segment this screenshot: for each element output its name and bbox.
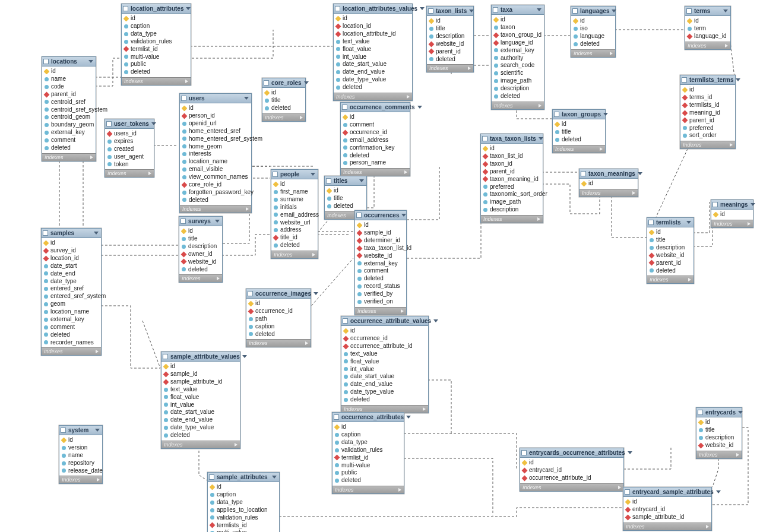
- indexes-footer[interactable]: Indexes: [59, 476, 102, 483]
- table-taxon_lists[interactable]: taxon_listsidtitledescriptionwebsite_idp…: [426, 6, 474, 72]
- dropdown-icon[interactable]: [686, 221, 691, 224]
- column-row[interactable]: repository: [62, 460, 100, 467]
- column-row[interactable]: centroid_sref: [45, 99, 93, 106]
- indexes-footer[interactable]: Indexes: [481, 215, 543, 223]
- collapse-icon[interactable]: [572, 8, 578, 14]
- column-row[interactable]: date_type_value: [344, 388, 426, 396]
- column-row[interactable]: int_value: [344, 365, 426, 373]
- column-row[interactable]: description: [494, 85, 542, 93]
- table-user_tokens[interactable]: user_tokensusers_idexpirescreateduser_ag…: [104, 119, 154, 178]
- column-row[interactable]: id: [683, 86, 733, 94]
- column-row[interactable]: version: [62, 444, 100, 452]
- column-row[interactable]: website_id: [650, 252, 691, 259]
- table-header[interactable]: location_attributes_values: [334, 4, 412, 14]
- column-row[interactable]: person_name: [343, 159, 407, 167]
- table-occurrences[interactable]: occurrencesidsample_iddeterminer_idtaxa_…: [354, 210, 407, 315]
- column-row[interactable]: occurrence_attribute_id: [522, 474, 621, 482]
- column-row[interactable]: entered_sref: [44, 285, 99, 293]
- indexes-footer[interactable]: Indexes: [162, 441, 240, 448]
- column-row[interactable]: date_start: [44, 262, 99, 270]
- column-row[interactable]: terms_id: [683, 94, 733, 102]
- column-row[interactable]: forgotten_password_key: [182, 189, 249, 197]
- table-header[interactable]: location_attributes: [122, 4, 191, 14]
- collapse-icon[interactable]: [106, 121, 112, 126]
- column-row[interactable]: date_end_value: [344, 381, 426, 388]
- column-row[interactable]: public: [335, 469, 401, 477]
- column-row[interactable]: date_end_value: [164, 416, 238, 424]
- table-taxon_meanings[interactable]: taxon_meaningsidIndexes: [579, 169, 638, 197]
- column-row[interactable]: parent_id: [650, 259, 691, 267]
- indexes-footer[interactable]: Indexes: [696, 451, 742, 458]
- indexes-footer[interactable]: Indexes: [355, 307, 406, 315]
- table-entrycards[interactable]: entrycardsidtitledescriptionwebsite_idIn…: [696, 407, 742, 459]
- indexes-footer[interactable]: Indexes: [623, 522, 711, 530]
- table-header[interactable]: taxon_lists: [427, 7, 473, 16]
- table-header[interactable]: taxon_meanings: [580, 169, 638, 179]
- column-row[interactable]: record_status: [357, 283, 404, 290]
- indexes-footer[interactable]: Indexes: [262, 113, 305, 121]
- table-languages[interactable]: languagesidisolanguagedeletedIndexes: [571, 6, 616, 58]
- collapse-icon[interactable]: [356, 213, 362, 218]
- column-row[interactable]: entered_sref_system: [44, 293, 99, 300]
- column-row[interactable]: text_value: [344, 350, 426, 358]
- column-row[interactable]: date_start_value: [164, 408, 238, 416]
- column-row[interactable]: description: [429, 33, 471, 40]
- table-meanings[interactable]: meaningsidIndexes: [711, 200, 753, 228]
- table-occurrence_images[interactable]: occurrence_imagesidoccurrence_idpathcapt…: [246, 289, 311, 347]
- dropdown-icon[interactable]: [417, 106, 422, 109]
- table-header[interactable]: terms: [685, 7, 730, 16]
- table-header[interactable]: termlists: [647, 218, 694, 227]
- column-row[interactable]: language_id: [688, 33, 728, 40]
- collapse-icon[interactable]: [273, 172, 278, 177]
- column-row[interactable]: id: [429, 17, 471, 25]
- column-row[interactable]: multi-value: [124, 53, 188, 61]
- dropdown-icon[interactable]: [314, 292, 318, 295]
- indexes-footer[interactable]: Indexes: [334, 93, 412, 100]
- column-row[interactable]: taxon_meaning_id: [483, 176, 540, 183]
- column-row[interactable]: termlists_id: [683, 102, 733, 109]
- indexes-footer[interactable]: Indexes: [427, 64, 473, 72]
- table-entrycards_occurrence_attributes[interactable]: entrycards_occurrence_attributesidentryc…: [520, 448, 624, 492]
- dropdown-icon[interactable]: [242, 355, 247, 358]
- indexes-footer[interactable]: Indexes: [42, 153, 96, 161]
- table-people[interactable]: peopleidfirst_namesurnameinitialsemail_a…: [271, 169, 318, 259]
- column-row[interactable]: id: [182, 227, 220, 235]
- column-row[interactable]: deleted: [164, 432, 238, 439]
- column-row[interactable]: view_common_names: [182, 173, 249, 181]
- column-row[interactable]: user_agent: [107, 153, 151, 161]
- column-row[interactable]: id: [714, 211, 750, 218]
- column-row[interactable]: date_start_value: [336, 61, 410, 68]
- column-row[interactable]: occurrence_id: [249, 308, 308, 315]
- collapse-icon[interactable]: [61, 428, 66, 433]
- indexes-footer[interactable]: Indexes: [341, 168, 410, 176]
- collapse-icon[interactable]: [123, 6, 128, 11]
- dropdown-icon[interactable]: [94, 232, 99, 235]
- column-row[interactable]: text_value: [164, 386, 238, 394]
- column-row[interactable]: email_visible: [182, 166, 249, 173]
- collapse-icon[interactable]: [686, 8, 692, 14]
- column-row[interactable]: language_id: [494, 39, 542, 47]
- column-row[interactable]: recorder_names: [44, 338, 99, 346]
- column-row[interactable]: id: [650, 229, 691, 236]
- column-row[interactable]: title: [429, 25, 471, 33]
- dropdown-icon[interactable]: [723, 10, 728, 12]
- column-row[interactable]: interests: [182, 150, 249, 158]
- indexes-footer[interactable]: Indexes: [332, 486, 404, 493]
- table-header[interactable]: sample_attributes: [208, 473, 279, 482]
- collapse-icon[interactable]: [554, 112, 559, 117]
- column-row[interactable]: comment: [44, 324, 99, 331]
- dropdown-icon[interactable]: [469, 10, 474, 12]
- column-row[interactable]: location_id: [336, 23, 410, 30]
- indexes-footer[interactable]: Indexes: [685, 42, 730, 49]
- column-row[interactable]: deleted: [343, 151, 407, 159]
- indexes-footer[interactable]: Indexes: [520, 483, 623, 491]
- table-header[interactable]: entrycard_sample_attributes: [623, 487, 711, 497]
- column-row[interactable]: id: [249, 300, 308, 308]
- column-row[interactable]: website_id: [429, 40, 471, 48]
- table-header[interactable]: taxon_groups: [553, 110, 605, 119]
- collapse-icon[interactable]: [428, 8, 433, 14]
- column-row[interactable]: deleted: [44, 331, 99, 339]
- column-row[interactable]: id: [336, 15, 410, 23]
- table-header[interactable]: samples: [42, 229, 101, 238]
- table-sample_attribute_values[interactable]: sample_attribute_valuesidsample_idsample…: [161, 352, 240, 449]
